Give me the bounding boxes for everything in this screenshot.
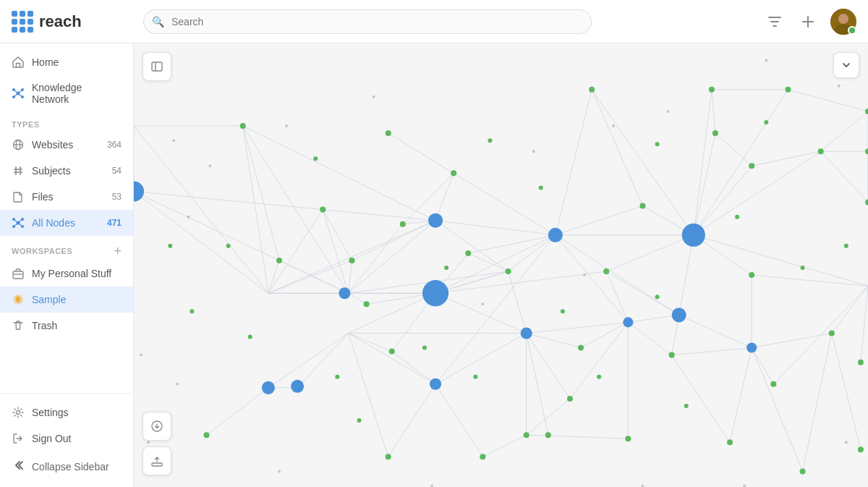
logo-dot	[12, 19, 17, 25]
svg-point-211	[801, 266, 805, 270]
svg-point-227	[291, 380, 304, 393]
svg-line-73	[348, 261, 352, 293]
websites-count: 364	[107, 140, 122, 150]
upload-button[interactable]	[142, 446, 171, 475]
svg-line-72	[694, 90, 788, 235]
svg-point-206	[335, 375, 339, 379]
svg-point-178	[545, 432, 551, 438]
svg-point-243	[430, 484, 433, 487]
svg-line-136	[468, 235, 556, 253]
svg-line-83	[606, 271, 628, 322]
svg-point-154	[240, 123, 246, 129]
sidebar-item-sample[interactable]: Sample	[0, 287, 133, 313]
svg-point-202	[561, 309, 565, 313]
sample-icon	[12, 293, 25, 306]
svg-point-247	[140, 354, 142, 357]
workspaces-header: Workspaces +	[0, 236, 133, 261]
graph-collapse-button[interactable]	[833, 52, 859, 78]
svg-point-199	[597, 375, 601, 379]
svg-point-188	[589, 87, 595, 93]
graph-bottom-tools	[142, 412, 171, 475]
filter-button[interactable]	[764, 11, 786, 33]
svg-point-165	[749, 163, 754, 169]
svg-line-129	[323, 210, 348, 294]
svg-point-152	[386, 130, 391, 136]
svg-line-59	[527, 322, 629, 333]
hash-icon	[12, 164, 25, 177]
svg-line-143	[712, 90, 715, 133]
svg-line-103	[297, 333, 348, 387]
files-label: Files	[32, 191, 54, 203]
svg-line-140	[592, 90, 642, 206]
svg-point-198	[473, 375, 477, 379]
add-workspace-button[interactable]: +	[114, 245, 122, 258]
svg-line-85	[606, 235, 694, 271]
svg-point-223	[548, 228, 563, 242]
svg-point-214	[339, 287, 350, 299]
svg-point-234	[838, 85, 841, 88]
all-nodes-count: 471	[107, 218, 122, 228]
svg-point-194	[655, 142, 660, 146]
svg-rect-28	[13, 271, 23, 279]
all-nodes-icon	[12, 216, 25, 229]
svg-line-98	[134, 126, 268, 293]
svg-point-252	[583, 274, 586, 276]
svg-line-112	[628, 322, 671, 355]
svg-point-179	[567, 396, 573, 402]
svg-point-231	[612, 124, 615, 127]
svg-line-67	[592, 90, 694, 235]
svg-line-54	[348, 293, 435, 333]
sidebar-item-settings[interactable]: Settings	[0, 399, 133, 425]
sidebar-item-websites[interactable]: Websites 364	[0, 132, 133, 158]
svg-point-175	[203, 432, 209, 438]
svg-point-204	[735, 215, 739, 219]
svg-line-89	[694, 151, 821, 235]
collapse-sidebar-label: Collapse Sidebar	[32, 461, 109, 473]
sidebar-item-personal[interactable]: My Personal Stuff	[0, 261, 133, 287]
svg-point-176	[386, 454, 391, 460]
sidebar-item-signout[interactable]: Sign Out	[0, 425, 133, 452]
svg-point-224	[672, 308, 686, 322]
svg-rect-35	[152, 463, 162, 466]
svg-line-27	[18, 223, 22, 226]
svg-point-192	[488, 138, 492, 143]
svg-point-225	[430, 378, 441, 390]
svg-line-62	[243, 126, 435, 221]
sidebar: Home Knowledg	[0, 43, 134, 487]
sidebar-toggle-button[interactable]	[142, 52, 171, 81]
app-name: reach	[39, 12, 82, 31]
svg-point-190	[524, 432, 529, 438]
upload-icon	[150, 454, 163, 467]
svg-point-166	[785, 87, 791, 93]
sidebar-item-home[interactable]: Home	[0, 49, 133, 75]
svg-line-102	[206, 388, 268, 435]
sidebar-item-subjects[interactable]: Subjects 54	[0, 158, 133, 184]
add-button[interactable]	[797, 11, 819, 33]
svg-line-150	[527, 399, 570, 435]
avatar-wrap[interactable]	[830, 9, 856, 35]
svg-point-232	[667, 110, 670, 113]
svg-line-70	[788, 90, 868, 111]
graph-area[interactable]	[134, 43, 868, 487]
svg-line-149	[570, 322, 628, 399]
collapse-sidebar-button[interactable]: Collapse Sidebar	[0, 452, 133, 481]
sidebar-item-trash[interactable]: Trash	[0, 313, 133, 339]
svg-line-36	[134, 191, 268, 293]
svg-point-200	[684, 404, 689, 408]
svg-point-185	[858, 446, 864, 452]
svg-line-106	[482, 435, 526, 457]
home-icon	[12, 56, 25, 69]
logo-dot	[20, 27, 25, 33]
svg-line-121	[730, 348, 752, 443]
knowledge-graph-svg	[134, 43, 868, 487]
sidebar-item-all-nodes[interactable]: All Nodes 471	[0, 210, 133, 236]
search-input[interactable]	[143, 9, 592, 34]
svg-line-107	[435, 384, 482, 457]
sidebar-item-knowledge-network[interactable]: Knowledge Network	[0, 75, 133, 111]
sidebar-item-files[interactable]: Files 53	[0, 184, 133, 210]
svg-line-97	[243, 126, 268, 293]
download-button[interactable]	[142, 412, 171, 441]
svg-line-50	[694, 166, 752, 234]
svg-point-164	[712, 130, 718, 136]
main-area: Home Knowledg	[0, 43, 868, 487]
